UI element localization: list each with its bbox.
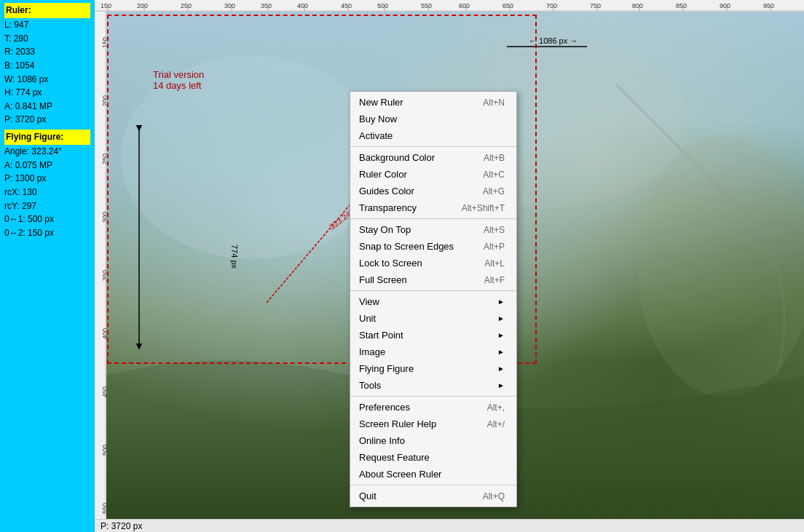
- menu-item-flying-figure[interactable]: Flying Figure ►: [350, 360, 516, 377]
- menu-item-snap-to-screen[interactable]: Snap to Screen Edges Alt+P: [350, 238, 516, 255]
- menu-item-preferences[interactable]: Preferences Alt+,: [350, 399, 516, 416]
- stat-L: L: 947: [4, 18, 90, 32]
- svg-text:200: 200: [137, 2, 148, 9]
- menu-arrow-tools: ►: [497, 381, 505, 389]
- separator-3: [350, 290, 516, 291]
- svg-text:350: 350: [261, 2, 272, 9]
- status-bar: P: 3720 px: [95, 519, 804, 532]
- menu-label-new-ruler: New Ruler: [359, 97, 403, 108]
- svg-text:250: 250: [181, 2, 192, 9]
- menu-item-tools[interactable]: Tools ►: [350, 377, 516, 394]
- menu-shortcut-transparency: Alt+Shift+T: [462, 203, 505, 213]
- menu-item-view[interactable]: View ►: [350, 293, 516, 310]
- menu-item-lock-to-screen[interactable]: Lock to Screen Alt+L: [350, 255, 516, 271]
- svg-text:200: 200: [101, 95, 106, 106]
- svg-text:500: 500: [377, 2, 388, 9]
- ruler-title: Ruler:: [4, 3, 90, 18]
- stat-01: 0↔1: 500 px: [4, 213, 90, 226]
- menu-label-preferences: Preferences: [359, 402, 410, 413]
- menu-arrow-image: ►: [497, 348, 505, 356]
- menu-arrow-flying-figure: ►: [497, 365, 505, 373]
- menu-item-full-screen[interactable]: Full Screen Alt+F: [350, 271, 516, 288]
- menu-shortcut-quit: Alt+Q: [483, 491, 505, 501]
- svg-text:700: 700: [546, 2, 557, 9]
- svg-text:850: 850: [676, 2, 687, 9]
- trial-line2: 14 days left: [153, 80, 204, 91]
- stat-angle: Angle: 323.24°: [4, 145, 90, 159]
- stat-A: A: 0.841 MP: [4, 100, 90, 114]
- menu-item-transparency[interactable]: Transparency Alt+Shift+T: [350, 199, 516, 216]
- menu-label-transparency: Transparency: [359, 202, 417, 213]
- menu-shortcut-lock-to-screen: Alt+L: [484, 258, 505, 269]
- svg-text:950: 950: [763, 2, 774, 9]
- menu-label-tools: Tools: [359, 380, 381, 391]
- svg-point-2: [638, 135, 804, 397]
- svg-text:300: 300: [101, 212, 106, 223]
- menu-label-flying-figure: Flying Figure: [359, 363, 414, 374]
- menu-item-quit[interactable]: Quit Alt+Q: [350, 488, 516, 504]
- svg-text:400: 400: [101, 328, 106, 339]
- menu-label-start-point: Start Point: [359, 330, 403, 341]
- menu-shortcut-bg-color: Alt+B: [484, 153, 505, 163]
- stat-rcy: rcY: 297: [4, 199, 90, 213]
- svg-text:400: 400: [297, 2, 308, 9]
- separator-4: [350, 396, 516, 397]
- menu-shortcut-new-ruler: Alt+N: [483, 98, 505, 108]
- menu-item-online-info[interactable]: Online Info: [350, 432, 516, 449]
- menu-item-new-ruler[interactable]: New Ruler Alt+N: [350, 94, 516, 111]
- menu-label-unit: Unit: [359, 313, 376, 324]
- svg-text:150: 150: [101, 37, 106, 48]
- svg-text:550: 550: [101, 503, 106, 514]
- svg-text:550: 550: [421, 2, 432, 9]
- menu-label-about: About Screen Ruler: [359, 469, 441, 480]
- menu-item-help[interactable]: Screen Ruler Help Alt+/: [350, 416, 516, 432]
- svg-text:150: 150: [100, 2, 111, 9]
- svg-text:600: 600: [459, 2, 470, 9]
- menu-item-buy-now[interactable]: Buy Now: [350, 111, 516, 127]
- menu-item-image[interactable]: Image ►: [350, 344, 516, 360]
- stat-P: P: 3720 px: [4, 113, 90, 127]
- menu-item-ruler-color[interactable]: Ruler Color Alt+C: [350, 166, 516, 183]
- menu-label-view: View: [359, 296, 379, 307]
- menu-arrow-unit: ►: [497, 314, 505, 322]
- menu-shortcut-help: Alt+/: [487, 419, 505, 429]
- menu-label-stay-on-top: Stay On Top: [359, 224, 411, 235]
- svg-text:650: 650: [502, 2, 513, 9]
- menu-label-ruler-color: Ruler Color: [359, 169, 407, 180]
- menu-label-online-info: Online Info: [359, 435, 405, 446]
- menu-label-buy-now: Buy Now: [359, 114, 397, 124]
- menu-item-unit[interactable]: Unit ►: [350, 310, 516, 327]
- stat-R: R: 2033: [4, 45, 90, 59]
- menu-item-request-feature[interactable]: Request Feature: [350, 449, 516, 466]
- svg-text:900: 900: [720, 2, 730, 9]
- stat-B: B: 1054: [4, 59, 90, 73]
- menu-item-bg-color[interactable]: Background Color Alt+B: [350, 149, 516, 166]
- menu-item-stay-on-top[interactable]: Stay On Top Alt+S: [350, 221, 516, 238]
- stat-area: A: 0.075 MP: [4, 159, 90, 172]
- top-ruler: 150 200 250 300 350 400 450 500 550 600 …: [95, 0, 804, 12]
- svg-rect-10: [95, 0, 804, 12]
- menu-item-about[interactable]: About Screen Ruler: [350, 466, 516, 483]
- svg-text:300: 300: [224, 2, 235, 9]
- stat-rcx: rcX: 130: [4, 186, 90, 199]
- status-text: P: 3720 px: [100, 521, 142, 531]
- menu-label-quit: Quit: [359, 491, 377, 501]
- stat-W: W: 1086 px: [4, 73, 90, 87]
- menu-item-guides-color[interactable]: Guides Color Alt+G: [350, 183, 516, 199]
- menu-shortcut-ruler-color: Alt+C: [483, 170, 505, 180]
- stat-perimeter: P: 1300 px: [4, 172, 90, 186]
- menu-item-activate[interactable]: Activate: [350, 127, 516, 144]
- trial-version-text: Trial version 14 days left: [153, 69, 204, 91]
- info-panel: Ruler: L: 947 T: 280 R: 2033 B: 1054 W: …: [0, 0, 95, 532]
- menu-shortcut-guides-color: Alt+G: [483, 186, 505, 196]
- svg-text:250: 250: [101, 154, 106, 164]
- trial-line1: Trial version: [153, 69, 204, 80]
- menu-shortcut-full-screen: Alt+F: [484, 275, 505, 285]
- svg-text:350: 350: [101, 270, 106, 281]
- separator-5: [350, 485, 516, 485]
- menu-item-start-point[interactable]: Start Point ►: [350, 327, 516, 344]
- menu-arrow-start-point: ►: [497, 331, 505, 339]
- flying-figure-title: Flying Figure:: [4, 130, 90, 145]
- menu-label-full-screen: Full Screen: [359, 274, 407, 285]
- menu-shortcut-stay-on-top: Alt+S: [484, 225, 505, 235]
